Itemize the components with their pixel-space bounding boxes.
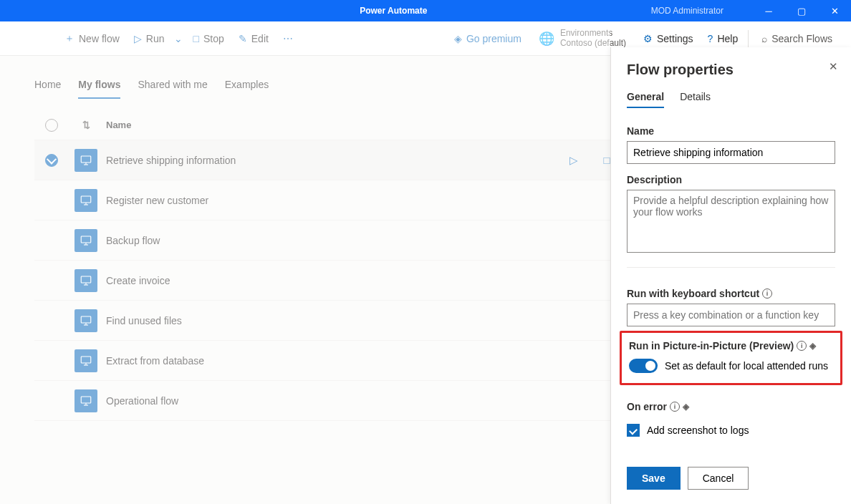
env-value: Contoso (default) bbox=[560, 39, 626, 48]
run-button[interactable]: ▷ Run bbox=[127, 21, 172, 55]
search-icon: ⌕ bbox=[761, 33, 767, 44]
plus-icon: ＋ bbox=[64, 32, 74, 45]
flow-name: Create invoice bbox=[103, 275, 552, 286]
chevron-down-icon: ⌄ bbox=[174, 33, 183, 44]
tab-general[interactable]: General bbox=[627, 91, 664, 108]
help-icon: ? bbox=[708, 33, 713, 44]
app-title: Power Automate bbox=[143, 6, 644, 16]
info-icon[interactable]: i bbox=[670, 402, 680, 412]
flow-name: Backup flow bbox=[103, 235, 552, 246]
new-flow-label: New flow bbox=[79, 33, 120, 44]
svg-rect-3 bbox=[81, 196, 91, 203]
play-icon: ▷ bbox=[134, 33, 142, 44]
flow-name: Register new customer bbox=[103, 195, 552, 206]
tab-examples[interactable]: Examples bbox=[225, 79, 269, 99]
window-titlebar: Power Automate MOD Administrator ─ ▢ ✕ bbox=[0, 0, 851, 21]
flow-name: Operational flow bbox=[103, 395, 552, 407]
search-flows[interactable]: ⌕ Search Flows bbox=[751, 33, 842, 44]
flow-name: Find unused files bbox=[103, 315, 552, 326]
highlighted-section: Run in Picture-in-Picture (Preview) i ◈ … bbox=[620, 331, 842, 385]
maximize-icon[interactable]: ▢ bbox=[785, 0, 818, 21]
pencil-icon: ✎ bbox=[239, 33, 247, 44]
flow-type-icon bbox=[74, 189, 97, 212]
shortcut-label: Run with keyboard shortcut i bbox=[627, 288, 835, 299]
info-icon[interactable]: i bbox=[797, 341, 807, 351]
svg-rect-12 bbox=[81, 316, 91, 323]
env-label: Environments bbox=[560, 29, 626, 38]
info-icon[interactable]: i bbox=[762, 289, 772, 299]
pip-label: Run in Picture-in-Picture (Preview) i ◈ bbox=[629, 340, 833, 352]
save-button[interactable]: Save bbox=[627, 467, 681, 490]
cancel-button[interactable]: Cancel bbox=[688, 467, 749, 490]
sort-icon[interactable]: ⇅ bbox=[82, 120, 90, 130]
svg-rect-0 bbox=[81, 156, 91, 163]
more-button[interactable]: ⋯ bbox=[276, 21, 300, 55]
go-premium-label: Go premium bbox=[466, 33, 521, 44]
name-field-label: Name bbox=[627, 125, 835, 137]
new-flow-button[interactable]: ＋ New flow bbox=[57, 21, 127, 55]
flow-type-icon bbox=[74, 149, 97, 172]
flow-name: Extract from database bbox=[103, 355, 552, 367]
row-radio[interactable] bbox=[45, 154, 58, 167]
panel-close-button[interactable]: ✕ bbox=[829, 60, 838, 73]
on-error-label: On error i ◈ bbox=[627, 401, 835, 412]
environment-picker[interactable]: 🌐 Environments Contoso (default) bbox=[529, 29, 636, 47]
flow-name: Retrieve shipping information bbox=[103, 155, 552, 166]
tab-shared[interactable]: Shared with me bbox=[138, 79, 207, 99]
flow-type-icon bbox=[74, 349, 97, 372]
flow-name-input[interactable] bbox=[627, 141, 835, 164]
tab-details[interactable]: Details bbox=[680, 91, 711, 108]
settings-label: Settings bbox=[657, 33, 693, 44]
diamond-icon: ◈ bbox=[454, 33, 462, 44]
panel-title: Flow properties bbox=[627, 62, 835, 78]
run-label: Run bbox=[146, 33, 165, 44]
tab-home[interactable]: Home bbox=[34, 79, 61, 99]
help-label: Help bbox=[717, 33, 738, 44]
go-premium-button[interactable]: ◈ Go premium bbox=[447, 21, 529, 55]
edit-label: Edit bbox=[251, 33, 269, 44]
shortcut-input[interactable] bbox=[627, 304, 835, 326]
stop-button[interactable]: □ Stop bbox=[186, 21, 231, 55]
select-all-radio[interactable] bbox=[45, 119, 58, 132]
svg-rect-15 bbox=[81, 357, 91, 363]
tab-my-flows[interactable]: My flows bbox=[78, 79, 120, 99]
flow-description-input[interactable] bbox=[627, 190, 835, 253]
name-header[interactable]: Name bbox=[103, 120, 552, 130]
play-icon[interactable]: ▷ bbox=[567, 154, 581, 167]
close-icon[interactable]: ✕ bbox=[818, 0, 851, 21]
run-chevron[interactable]: ⌄ bbox=[171, 21, 186, 55]
gear-icon: ⚙ bbox=[643, 33, 653, 44]
flow-type-icon bbox=[74, 389, 97, 412]
flow-type-icon bbox=[74, 269, 97, 292]
flow-type-icon bbox=[74, 309, 97, 332]
svg-rect-6 bbox=[81, 236, 91, 243]
svg-rect-18 bbox=[81, 397, 91, 403]
ellipsis-icon: ⋯ bbox=[283, 33, 293, 44]
premium-icon: ◈ bbox=[809, 341, 816, 351]
flow-properties-panel: ✕ Flow properties General Details Name D… bbox=[610, 47, 851, 504]
stop-icon: □ bbox=[193, 33, 198, 44]
premium-icon: ◈ bbox=[683, 402, 689, 412]
screenshot-checkbox-label: Add screenshot to logs bbox=[647, 425, 749, 436]
pip-toggle-label: Set as default for local attended runs bbox=[665, 360, 828, 372]
user-label: MOD Administrator bbox=[644, 6, 752, 16]
svg-rect-9 bbox=[81, 276, 91, 283]
globe-icon: 🌐 bbox=[539, 31, 554, 47]
desc-field-label: Description bbox=[627, 174, 835, 185]
flow-type-icon bbox=[74, 229, 97, 252]
stop-label: Stop bbox=[203, 33, 224, 44]
search-placeholder: Search Flows bbox=[771, 33, 832, 44]
pip-toggle[interactable] bbox=[629, 359, 658, 373]
edit-button[interactable]: ✎ Edit bbox=[231, 21, 276, 55]
minimize-icon[interactable]: ─ bbox=[752, 0, 785, 21]
screenshot-checkbox[interactable] bbox=[627, 424, 640, 437]
panel-tabs: General Details bbox=[627, 91, 835, 108]
